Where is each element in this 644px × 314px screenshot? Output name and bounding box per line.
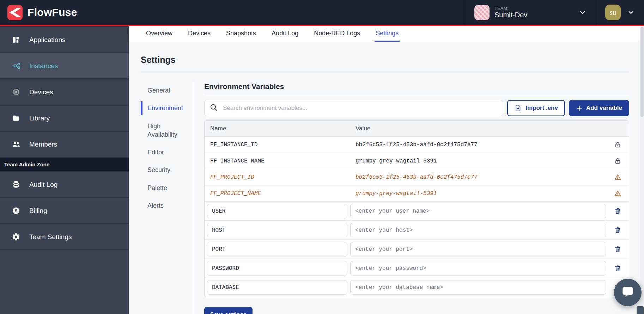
gear-icon: [12, 232, 20, 241]
tab-settings[interactable]: Settings: [375, 26, 400, 42]
env-name-input[interactable]: [207, 242, 347, 256]
subnav-item-palette[interactable]: Palette: [141, 179, 193, 197]
subnav-item-security[interactable]: Security: [141, 161, 193, 179]
warning-icon: [606, 173, 629, 181]
table-row: FF_PROJECT_NAME grumpy-grey-wagtail-5391: [205, 185, 629, 201]
env-value-input[interactable]: [350, 242, 606, 256]
search-box: [204, 100, 503, 116]
lock-icon: [606, 157, 629, 165]
sidebar-item-billing[interactable]: $ Billing: [0, 197, 129, 223]
sidebar-item-applications[interactable]: Applications: [0, 26, 129, 52]
table-row: [205, 278, 629, 297]
scrollbar-thumb[interactable]: [640, 27, 644, 117]
subnav-item-editor[interactable]: Editor: [141, 143, 193, 161]
env-name-input[interactable]: [207, 261, 347, 276]
team-name: Sumit-Dev: [494, 11, 527, 19]
subnav-item-high-availability[interactable]: High Availability: [141, 117, 193, 144]
flowfuse-logo-icon: [7, 5, 23, 20]
chevron-down-icon: [627, 8, 635, 16]
brand-name: FlowFuse: [28, 6, 77, 18]
brand[interactable]: FlowFuse: [7, 5, 77, 20]
env-name-input[interactable]: [207, 280, 347, 295]
folder-icon: [12, 114, 20, 123]
tab-snapshots[interactable]: Snapshots: [225, 26, 257, 42]
scrollbar-track[interactable]: [640, 26, 644, 314]
env-value-input[interactable]: [350, 280, 606, 295]
chat-widget-tail: [637, 306, 644, 314]
trash-icon[interactable]: [606, 207, 629, 215]
table-header: Name Value: [205, 121, 629, 136]
env-toolbar: Import .env Add variable: [204, 100, 629, 116]
plus-icon: [576, 105, 583, 112]
env-value: grumpy-grey-wagtail-5391: [350, 190, 606, 197]
env-value: bb2f6c53-1f25-453b-aafd-0c2f475d7e77: [350, 142, 606, 148]
sidebar-section-team-admin-zone: Team Admin Zone: [0, 157, 129, 171]
tab-node-red-logs[interactable]: Node-RED Logs: [313, 26, 361, 42]
divider: [204, 96, 629, 96]
chevron-down-icon: [579, 8, 587, 16]
env-value-input[interactable]: [350, 261, 606, 276]
instance-tabbar: Overview Devices Snapshots Audit Log Nod…: [129, 26, 644, 42]
divider: [141, 72, 629, 72]
tab-audit-log[interactable]: Audit Log: [271, 26, 299, 42]
env-name: FF_INSTANCE_NAME: [205, 158, 350, 164]
sidebar-filler: [0, 249, 129, 314]
trash-icon[interactable]: [606, 265, 629, 272]
env-value: bb2f6c53-1f25-453b-aafd-0c2f475d7e77: [350, 174, 606, 180]
env-value-input[interactable]: [350, 223, 606, 237]
page-title: Settings: [141, 55, 629, 65]
table-row: FF_INSTANCE_NAME grumpy-grey-wagtail-539…: [205, 153, 629, 169]
settings-subnav: General Environment High Availability Ed…: [141, 82, 193, 314]
sidebar-item-label: Library: [29, 114, 50, 122]
settings-page: Settings General Environment High Availa…: [129, 42, 644, 314]
import-env-button[interactable]: Import .env: [507, 100, 565, 116]
sidebar-item-members[interactable]: Members: [0, 131, 129, 157]
search-input[interactable]: [222, 104, 498, 112]
env-name: FF_INSTANCE_ID: [205, 142, 350, 148]
sidebar-item-label: Applications: [29, 36, 65, 44]
sidebar-item-team-settings[interactable]: Team Settings: [0, 223, 129, 249]
subnav-item-alerts[interactable]: Alerts: [141, 197, 193, 214]
trash-icon[interactable]: [606, 226, 629, 234]
sidebar: Applications Instances Devices Library M…: [0, 26, 129, 314]
table-row: [205, 239, 629, 259]
save-settings-button[interactable]: Save settings: [204, 307, 253, 314]
column-header-name: Name: [205, 125, 350, 132]
sidebar-item-devices[interactable]: Devices: [0, 78, 129, 105]
chip-icon: [12, 88, 20, 96]
tab-overview[interactable]: Overview: [145, 26, 174, 42]
subnav-item-general[interactable]: General: [141, 82, 193, 99]
env-value: grumpy-grey-wagtail-5391: [350, 158, 606, 164]
user-menu[interactable]: su: [596, 0, 644, 25]
add-variable-button[interactable]: Add variable: [569, 100, 629, 116]
sidebar-item-label: Billing: [29, 207, 47, 215]
svg-text:$: $: [15, 208, 18, 213]
sidebar-item-instances[interactable]: Instances: [0, 52, 129, 78]
env-name-input[interactable]: [207, 204, 347, 218]
section-title: Environment Variables: [204, 82, 629, 91]
main-content: Overview Devices Snapshots Audit Log Nod…: [129, 26, 644, 314]
table-row: FF_PROJECT_ID bb2f6c53-1f25-453b-aafd-0c…: [205, 169, 629, 185]
team-selector[interactable]: TEAM: Sumit-Dev: [465, 0, 596, 25]
search-icon: [209, 103, 218, 113]
sidebar-item-audit-log[interactable]: Audit Log: [0, 171, 129, 197]
sidebar-item-library[interactable]: Library: [0, 105, 129, 131]
chat-widget-button[interactable]: [614, 279, 642, 306]
table-row: [205, 259, 629, 278]
trash-icon[interactable]: [606, 245, 629, 253]
table-row: [205, 220, 629, 239]
environment-pane: Environment Variables: [193, 82, 629, 314]
users-icon: [12, 140, 20, 149]
env-value-input[interactable]: [350, 204, 606, 218]
sidebar-item-label: Team Settings: [29, 233, 72, 241]
tab-devices[interactable]: Devices: [187, 26, 212, 42]
env-name-input[interactable]: [207, 223, 347, 237]
env-name: FF_PROJECT_ID: [205, 174, 350, 180]
subnav-item-environment[interactable]: Environment: [141, 99, 193, 117]
sidebar-item-label: Members: [29, 141, 57, 148]
chat-bubble-icon: [621, 285, 635, 300]
team-avatar: [474, 5, 490, 20]
import-env-label: Import .env: [525, 105, 558, 112]
top-header: FlowFuse TEAM: Sumit-Dev su: [0, 0, 644, 26]
env-name: FF_PROJECT_NAME: [205, 190, 350, 197]
